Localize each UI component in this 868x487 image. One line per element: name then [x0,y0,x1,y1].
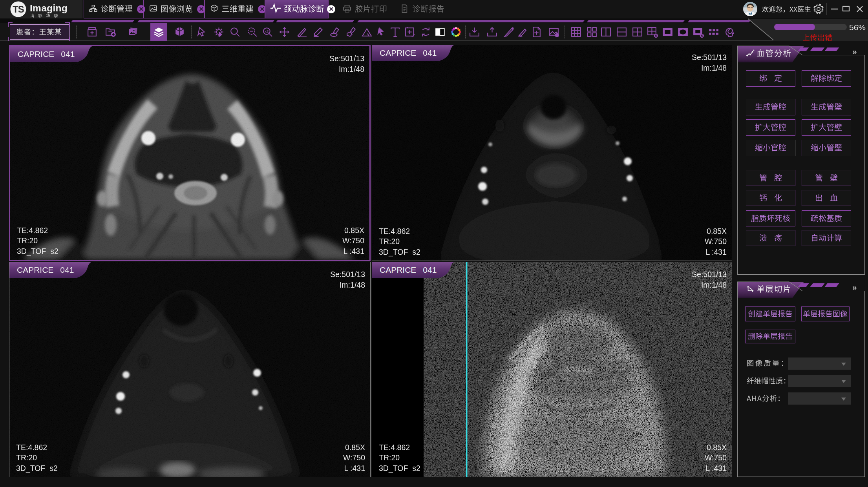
svg-text:TS: TS [13,4,24,15]
svg-text:x2: x2 [265,29,269,33]
